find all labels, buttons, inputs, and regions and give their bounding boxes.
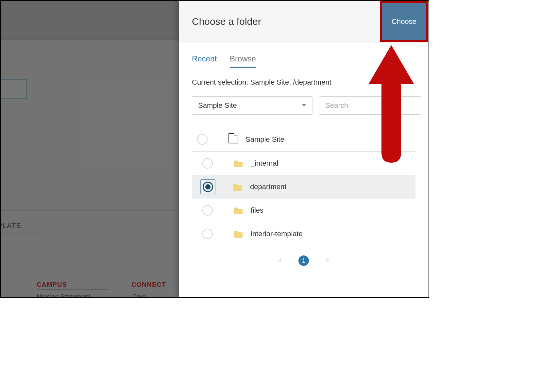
- site-dropdown[interactable]: Sample Site: [192, 96, 312, 115]
- radio-selected: [203, 182, 213, 192]
- pager: < 1 >: [192, 255, 415, 266]
- tabs: Recent Browse: [192, 54, 415, 68]
- tree-item-label: department: [250, 183, 286, 191]
- search-input[interactable]: [319, 96, 421, 115]
- pager-next[interactable]: >: [325, 256, 329, 265]
- radio-selected-wrap[interactable]: [200, 179, 215, 194]
- tab-recent[interactable]: Recent: [192, 54, 217, 68]
- radio-unselected[interactable]: [202, 205, 213, 216]
- tree-item-label: files: [251, 206, 263, 215]
- pager-prev[interactable]: <: [278, 256, 282, 265]
- tree-item-label: interior-template: [251, 230, 303, 238]
- folder-icon: [234, 206, 244, 214]
- pager-page-1[interactable]: 1: [298, 255, 309, 266]
- current-selection-text: Current selection: Sample Site: /departm…: [192, 78, 415, 87]
- tree-item-internal[interactable]: _internal: [192, 152, 415, 175]
- tree-root-row[interactable]: Sample Site: [192, 128, 415, 152]
- folder-icon: [234, 230, 244, 238]
- site-dropdown-value: Sample Site: [198, 101, 237, 110]
- folder-chooser-panel: Choose a folder Cancel Choose Recent Bro…: [179, 1, 429, 297]
- tree-item-department[interactable]: department: [192, 175, 415, 199]
- tree-item-files[interactable]: files: [192, 199, 415, 222]
- folder-outline-icon: [228, 136, 238, 143]
- tree-root-label: Sample Site: [245, 135, 284, 144]
- choose-button-highlight: Choose: [380, 1, 428, 42]
- folder-tree: Sample Site _internal department: [192, 128, 415, 246]
- choose-button[interactable]: Choose: [382, 3, 426, 40]
- radio-unselected[interactable]: [202, 158, 213, 169]
- chevron-down-icon: [302, 104, 306, 107]
- radio-unselected[interactable]: [202, 229, 213, 239]
- folder-icon: [234, 159, 244, 167]
- tab-browse[interactable]: Browse: [230, 54, 256, 68]
- tree-item-label: _internal: [251, 159, 278, 168]
- radio-unselected[interactable]: [197, 134, 208, 145]
- background-overlay: [1, 1, 179, 297]
- folder-icon: [233, 183, 243, 191]
- tree-item-interior-template[interactable]: interior-template: [192, 222, 415, 246]
- panel-title: Choose a folder: [192, 16, 375, 27]
